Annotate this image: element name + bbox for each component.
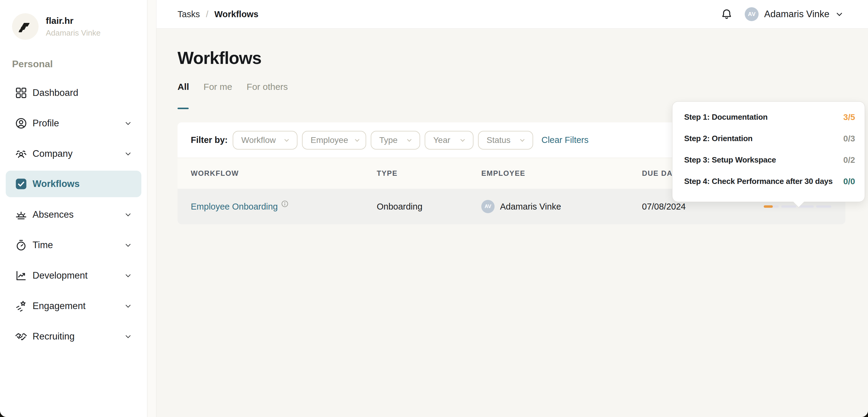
progress-segment[interactable]	[816, 205, 831, 208]
filter-dropdown-type[interactable]: Type	[371, 131, 420, 150]
sidebar-item-label: Recruiting	[33, 331, 124, 342]
chevron-down-icon	[459, 137, 466, 144]
chevron-down-icon	[519, 137, 526, 144]
workflow-link-label: Employee Onboarding	[191, 202, 278, 212]
chevron-down-icon	[124, 150, 132, 158]
chevron-down-icon	[124, 210, 132, 219]
sidebar-item-label: Engagement	[33, 301, 124, 311]
sidebar-item-label: Company	[33, 148, 124, 159]
brand[interactable]: flair.hr Adamaris Vinke	[0, 0, 147, 40]
company-people-icon	[14, 147, 28, 160]
step-progress-value: 0/2	[843, 155, 855, 165]
tooltip-step-row: Step 1: Documentation 3/5	[684, 107, 855, 128]
chevron-down-icon	[406, 137, 413, 144]
chevron-down-icon	[353, 137, 361, 144]
sidebar-item-recruiting[interactable]: Recruiting	[0, 321, 147, 352]
sidebar-item-dashboard[interactable]: Dashboard	[0, 78, 147, 108]
page-title: Workflows	[178, 48, 846, 68]
breadcrumb-workflows: Workflows	[214, 9, 258, 19]
breadcrumb: Tasks / Workflows	[178, 9, 258, 19]
brand-name: flair.hr	[46, 16, 101, 26]
employee-name: Adamaris Vinke	[500, 202, 561, 212]
tooltip-step-row: Step 2: Orientation 0/3	[684, 128, 855, 149]
filter-dropdown-label: Workflow	[241, 136, 276, 145]
filter-dropdown-employee[interactable]: Employee	[302, 131, 366, 150]
breadcrumb-tasks[interactable]: Tasks	[178, 9, 200, 19]
brand-user: Adamaris Vinke	[46, 28, 101, 38]
user-menu[interactable]: AV Adamaris Vinke	[745, 7, 844, 21]
tooltip-step-row: Step 4: Check Performance after 30 days …	[684, 171, 855, 192]
topbar: Tasks / Workflows AV Adamaris Vinke	[156, 0, 868, 29]
stopwatch-icon	[14, 238, 28, 252]
sidebar-item-label: Workflows	[33, 179, 132, 189]
sidebar-section-label: Personal	[12, 59, 147, 70]
tooltip-step-row: Step 3: Setup Workspace 0/2	[684, 149, 855, 171]
due-date-cell: 07/08/2024	[642, 202, 764, 212]
workflow-steps-tooltip: Step 1: Documentation 3/5 Step 2: Orient…	[672, 101, 865, 202]
sidebar-item-company[interactable]: Company	[0, 139, 147, 169]
shooting-star-icon	[14, 299, 28, 313]
main-area: Tasks / Workflows AV Adamaris Vinke	[156, 0, 868, 417]
sidebar-nav: Dashboard Profile	[0, 78, 147, 352]
sidebar-item-label: Profile	[33, 118, 124, 129]
notification-bell-icon[interactable]	[720, 7, 733, 21]
filter-dropdown-workflow[interactable]: Workflow	[233, 131, 298, 150]
content: Workflows All For me For others Filter b…	[156, 29, 868, 417]
chevron-down-icon	[124, 119, 132, 127]
sidebar-item-profile[interactable]: Profile	[0, 108, 147, 139]
sidebar-item-label: Absences	[33, 209, 124, 220]
sidebar-rail	[147, 0, 156, 417]
topbar-right: AV Adamaris Vinke	[720, 7, 844, 21]
dashboard-grid-icon	[14, 86, 28, 99]
chevron-down-icon	[283, 137, 290, 144]
info-icon[interactable]	[281, 200, 289, 208]
sidebar-item-development[interactable]: Development	[0, 260, 147, 291]
progress-segment[interactable]	[764, 205, 779, 208]
sidebar-item-absences[interactable]: Absences	[0, 199, 147, 230]
chevron-down-icon	[124, 332, 132, 341]
workflow-link[interactable]: Employee Onboarding	[191, 202, 289, 212]
chevron-down-icon	[835, 10, 844, 19]
filter-dropdown-label: Type	[379, 136, 398, 145]
filter-dropdown-label: Status	[487, 136, 510, 145]
clear-filters-link[interactable]: Clear Filters	[541, 135, 588, 145]
sidebar-item-label: Dashboard	[33, 87, 132, 98]
workflow-type-cell: Onboarding	[377, 202, 481, 212]
handshake-icon	[14, 330, 28, 343]
step-label: Step 1: Documentation	[684, 113, 768, 122]
sidebar-item-workflows[interactable]: Workflows	[6, 171, 141, 197]
chevron-down-icon	[124, 302, 132, 310]
sidebar: flair.hr Adamaris Vinke Personal Dashboa…	[0, 0, 147, 417]
flair-logo-icon	[12, 13, 38, 40]
sunrise-icon	[14, 208, 28, 221]
checkbox-icon	[14, 177, 28, 190]
employee-cell: AV Adamaris Vinke	[481, 200, 642, 213]
chevron-down-icon	[124, 241, 132, 249]
tabs: All For me For others	[178, 82, 846, 92]
step-label: Step 3: Setup Workspace	[684, 155, 776, 165]
filter-dropdown-year[interactable]: Year	[425, 131, 473, 150]
filter-by-label: Filter by:	[191, 135, 227, 145]
progress-segment[interactable]	[781, 205, 796, 208]
active-tab-indicator	[178, 108, 189, 109]
chevron-down-icon	[124, 271, 132, 280]
step-label: Step 2: Orientation	[684, 134, 752, 143]
column-header-workflow: WORKFLOW	[191, 169, 377, 178]
filter-dropdown-label: Year	[433, 136, 450, 145]
tab-all[interactable]: All	[178, 82, 189, 92]
user-name: Adamaris Vinke	[764, 9, 830, 20]
filter-dropdown-status[interactable]: Status	[478, 131, 533, 150]
sidebar-item-time[interactable]: Time	[0, 230, 147, 260]
breadcrumb-separator: /	[206, 9, 208, 19]
step-progress-value: 0/3	[843, 134, 855, 144]
step-label: Step 4: Check Performance after 30 days	[684, 177, 833, 186]
profile-icon	[14, 117, 28, 130]
step-progress-value: 3/5	[843, 113, 855, 122]
progress-segment[interactable]	[799, 205, 814, 208]
sidebar-item-label: Development	[33, 270, 124, 281]
step-progress-value: 0/0	[843, 177, 855, 186]
avatar: AV	[745, 7, 758, 21]
tab-for-others[interactable]: For others	[247, 82, 288, 92]
sidebar-item-engagement[interactable]: Engagement	[0, 291, 147, 321]
tab-for-me[interactable]: For me	[204, 82, 232, 92]
